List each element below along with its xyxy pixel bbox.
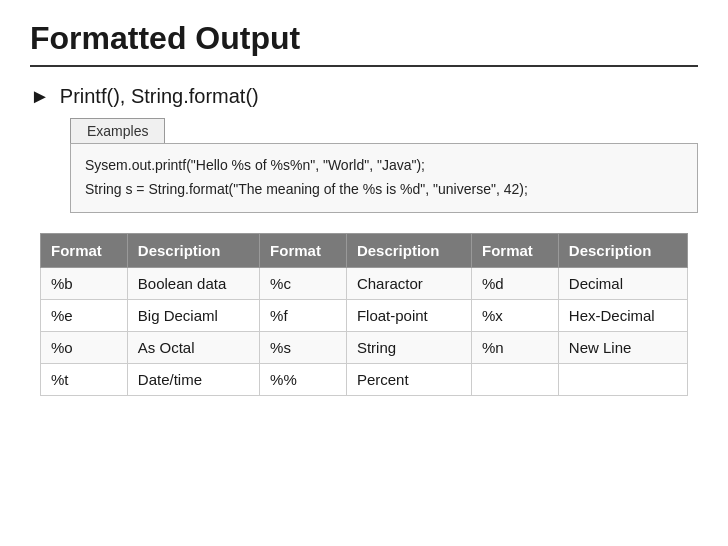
table-body: %bBoolean data%cCharactor%dDecimal%eBig … bbox=[41, 267, 688, 395]
cell-r1-c4: %x bbox=[472, 299, 559, 331]
cell-r2-c4: %n bbox=[472, 331, 559, 363]
cell-r2-c2: %s bbox=[260, 331, 347, 363]
col-header-2: Description bbox=[127, 233, 259, 267]
page-title: Formatted Output bbox=[30, 20, 698, 67]
table-row: %tDate/time%%Percent bbox=[41, 363, 688, 395]
cell-r1-c3: Float-point bbox=[346, 299, 471, 331]
cell-r2-c5: New Line bbox=[558, 331, 687, 363]
header-row: Format Description Format Description Fo… bbox=[41, 233, 688, 267]
table-head: Format Description Format Description Fo… bbox=[41, 233, 688, 267]
cell-r3-c4 bbox=[472, 363, 559, 395]
cell-r3-c1: Date/time bbox=[127, 363, 259, 395]
cell-r1-c2: %f bbox=[260, 299, 347, 331]
table-row: %bBoolean data%cCharactor%dDecimal bbox=[41, 267, 688, 299]
cell-r3-c0: %t bbox=[41, 363, 128, 395]
cell-r3-c2: %% bbox=[260, 363, 347, 395]
cell-r3-c5 bbox=[558, 363, 687, 395]
cell-r2-c1: As Octal bbox=[127, 331, 259, 363]
cell-r1-c5: Hex-Decimal bbox=[558, 299, 687, 331]
cell-r0-c5: Decimal bbox=[558, 267, 687, 299]
code-line-1: Sysem.out.printf("Hello %s of %s%n", "Wo… bbox=[85, 154, 683, 178]
col-header-3: Format bbox=[260, 233, 347, 267]
section-header: ► Printf(), String.format() bbox=[30, 85, 698, 108]
cell-r0-c1: Boolean data bbox=[127, 267, 259, 299]
code-box: Sysem.out.printf("Hello %s of %s%n", "Wo… bbox=[70, 143, 698, 213]
col-header-1: Format bbox=[41, 233, 128, 267]
cell-r1-c0: %e bbox=[41, 299, 128, 331]
section-title: Printf(), String.format() bbox=[60, 85, 259, 108]
arrow-icon: ► bbox=[30, 85, 50, 108]
col-header-4: Description bbox=[346, 233, 471, 267]
cell-r0-c4: %d bbox=[472, 267, 559, 299]
cell-r1-c1: Big Deciaml bbox=[127, 299, 259, 331]
cell-r0-c3: Charactor bbox=[346, 267, 471, 299]
cell-r2-c0: %o bbox=[41, 331, 128, 363]
col-header-5: Format bbox=[472, 233, 559, 267]
col-header-6: Description bbox=[558, 233, 687, 267]
cell-r2-c3: String bbox=[346, 331, 471, 363]
examples-tab[interactable]: Examples bbox=[70, 118, 165, 143]
table-wrapper: Format Description Format Description Fo… bbox=[40, 233, 688, 396]
cell-r0-c0: %b bbox=[41, 267, 128, 299]
table-row: %oAs Octal%sString%nNew Line bbox=[41, 331, 688, 363]
code-line-2: String s = String.format("The meaning of… bbox=[85, 178, 683, 202]
format-table: Format Description Format Description Fo… bbox=[40, 233, 688, 396]
table-row: %eBig Deciaml%fFloat-point%xHex-Decimal bbox=[41, 299, 688, 331]
cell-r0-c2: %c bbox=[260, 267, 347, 299]
cell-r3-c3: Percent bbox=[346, 363, 471, 395]
